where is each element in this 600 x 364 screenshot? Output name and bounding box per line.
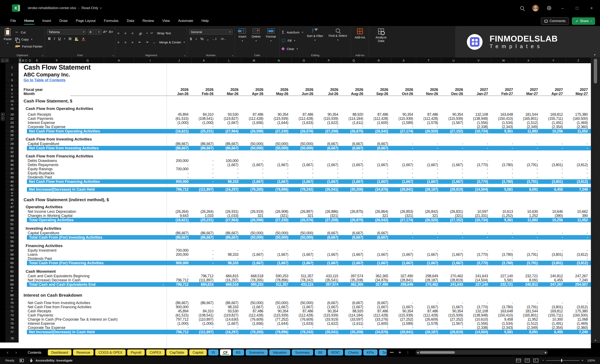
sheet-tab-payroll[interactable]: Payroll [127, 349, 144, 355]
insert-cells-button[interactable]: Insert▾ [237, 28, 248, 43]
cell[interactable]: - [316, 248, 341, 253]
outline-level-1-button[interactable]: 1 [1, 59, 5, 62]
row-number[interactable]: 6 [5, 88, 19, 92]
cell[interactable]: - [242, 171, 266, 175]
cell[interactable]: 2026 [391, 88, 416, 92]
cell[interactable]: (1,611) [341, 321, 366, 326]
cell[interactable]: - [291, 175, 317, 180]
row-label-cell[interactable]: Cash Flow Statement (indirect method), $ [19, 197, 109, 202]
cell[interactable]: 397,574 [341, 274, 366, 278]
cell[interactable]: (6,667) [366, 301, 391, 305]
ribbon-tab-page-layout[interactable]: Page Layout [72, 17, 100, 25]
cell[interactable]: (50,000) [266, 146, 291, 150]
cell[interactable]: 87,486 [416, 309, 441, 313]
row-label-cell[interactable]: Cash Flow Statement, $ [19, 98, 72, 104]
sheet-tab-cf[interactable]: CF [220, 349, 231, 355]
cell[interactable]: 1,252 [516, 214, 541, 218]
cell[interactable]: (1,667) [441, 180, 466, 184]
cell[interactable]: (1,667) [216, 121, 242, 125]
cell[interactable]: 132,108 [466, 309, 491, 313]
row-number[interactable]: 57 [5, 248, 19, 253]
align-middle-icon[interactable]: ≡ [124, 31, 129, 35]
cell[interactable]: (160,500) [566, 313, 591, 318]
copy-button[interactable]: Copy ▾ [15, 36, 42, 43]
more-sheets-icon[interactable]: ••• [388, 350, 395, 355]
cell[interactable]: - [366, 248, 391, 253]
cell[interactable]: - [491, 248, 516, 253]
cell[interactable]: (6,667) [366, 235, 391, 240]
cell[interactable]: - [466, 248, 491, 253]
add-ins-button[interactable]: Add-ins [353, 28, 367, 40]
cell[interactable]: 2026 [291, 88, 317, 92]
column-header-K[interactable]: K [192, 58, 217, 63]
cell[interactable]: - [541, 301, 566, 305]
cell[interactable]: - [491, 301, 516, 305]
cell[interactable]: (26,264) [167, 209, 192, 214]
cell[interactable]: (16,297) [216, 278, 242, 282]
cell[interactable]: - [192, 305, 217, 309]
row-label-cell[interactable]: Operating Activities [19, 205, 63, 209]
cell[interactable]: (1,667) [216, 321, 242, 326]
row-number[interactable]: 46 [5, 202, 19, 205]
cell[interactable]: (6,667) [316, 301, 341, 305]
row-number[interactable]: 16 [5, 106, 19, 111]
zoom-level[interactable]: 100% [587, 359, 595, 362]
align-top-icon[interactable]: ≡ [117, 31, 122, 35]
cell[interactable]: - [366, 257, 391, 261]
row-number[interactable]: 75 [5, 321, 19, 326]
cell[interactable]: (27,230) [266, 129, 291, 133]
cell[interactable]: 11,882 [516, 129, 541, 133]
cell[interactable]: 247,267 [566, 274, 591, 278]
cell[interactable]: - [391, 171, 416, 175]
cell[interactable]: - [441, 326, 466, 330]
row-number[interactable]: 64 [5, 278, 19, 282]
row-label-cell[interactable]: Total Cash From (For) Investing Activiti… [27, 235, 167, 240]
cell[interactable]: 90,354 [266, 112, 291, 117]
cut-button[interactable]: ✂Cut [15, 29, 42, 36]
cell[interactable]: 7,240 [566, 278, 591, 282]
align-right-icon[interactable]: ≡ [131, 40, 136, 44]
cell[interactable]: - [316, 326, 341, 330]
cell[interactable]: - [416, 257, 441, 261]
row-number[interactable]: 70 [5, 301, 19, 305]
sheet-tab-so[interactable]: So [379, 349, 387, 355]
cell[interactable]: - [366, 167, 391, 171]
cell[interactable]: (119,827) [216, 117, 242, 121]
row-label-cell[interactable]: Cash Payments [19, 313, 167, 317]
cell[interactable]: (1,667) [391, 261, 416, 265]
cell[interactable]: (112,428) [242, 117, 266, 121]
cell[interactable]: - [416, 175, 441, 180]
cell[interactable]: (155,711) [541, 313, 566, 318]
row-number[interactable]: 45 [5, 197, 19, 202]
increase-indent-icon[interactable]: ⇥ [146, 40, 150, 44]
cell[interactable]: - [242, 248, 266, 253]
column-header-H[interactable]: H [104, 58, 134, 63]
cell[interactable]: (1,667) [242, 180, 266, 184]
cell[interactable]: (3,770) [466, 163, 491, 167]
cell[interactable]: (26,831) [441, 209, 466, 214]
cell[interactable]: (1,556) [466, 121, 491, 125]
cell[interactable]: (1,000) [192, 121, 217, 125]
cell[interactable]: (26,919) [242, 209, 266, 214]
cell[interactable]: (10,610) [466, 317, 491, 322]
cell[interactable]: (78,242) [291, 278, 317, 282]
cell[interactable]: - [416, 159, 441, 163]
row-label-cell[interactable]: Net Cash Flow from Financing Activities [27, 179, 167, 184]
cell[interactable]: (1,667) [242, 163, 266, 167]
cell[interactable]: (14,504) [466, 187, 491, 192]
cell[interactable]: 5,581 [491, 187, 516, 192]
cell[interactable]: - [541, 146, 566, 150]
cell[interactable]: Oct-26 [391, 92, 416, 96]
currency-format-icon[interactable]: $ [190, 37, 192, 41]
row-label-cell[interactable]: Cash Movement [19, 269, 56, 274]
cell[interactable]: - [391, 125, 416, 129]
cell[interactable]: 10,613 [491, 209, 516, 214]
row-number[interactable]: 65 [5, 282, 19, 287]
cell[interactable]: (321) [441, 214, 466, 218]
row-number[interactable]: 22 [5, 117, 19, 121]
cell[interactable]: (78,265) [242, 330, 266, 334]
cell[interactable]: (86,667) [216, 235, 242, 240]
cell[interactable]: 2026 [192, 88, 217, 92]
grow-font-icon[interactable]: A^ [103, 30, 107, 34]
cell[interactable]: (16,621) [167, 218, 192, 222]
